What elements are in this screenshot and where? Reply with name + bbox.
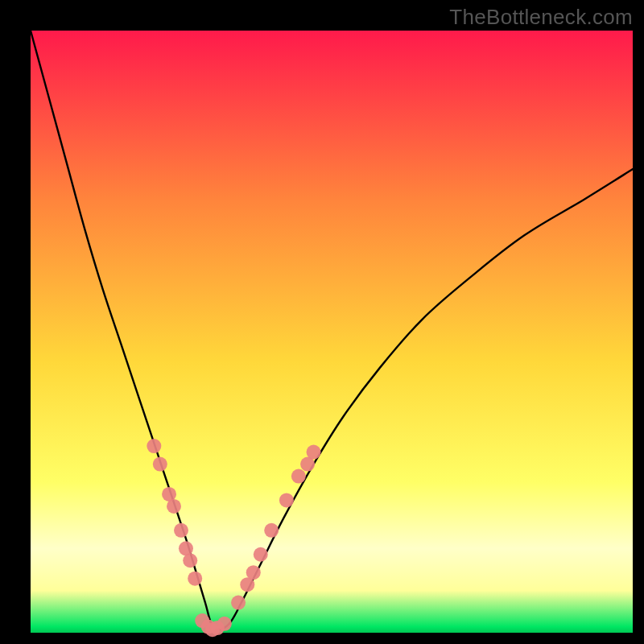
- data-marker: [188, 572, 202, 586]
- bottleneck-chart: [0, 0, 644, 644]
- data-marker: [174, 523, 188, 538]
- watermark-text: TheBottleneck.com: [449, 5, 633, 30]
- data-marker: [307, 445, 321, 460]
- gradient-background: [31, 31, 633, 633]
- data-marker: [167, 499, 181, 514]
- data-marker: [246, 565, 261, 580]
- data-marker: [291, 469, 306, 484]
- data-marker: [264, 523, 279, 538]
- data-marker: [147, 439, 161, 453]
- data-marker: [183, 553, 197, 568]
- data-marker: [254, 547, 268, 562]
- data-marker: [153, 457, 167, 472]
- data-marker: [231, 596, 246, 610]
- data-marker: [217, 617, 232, 631]
- data-marker: [279, 493, 294, 507]
- chart-stage: TheBottleneck.com: [0, 0, 644, 644]
